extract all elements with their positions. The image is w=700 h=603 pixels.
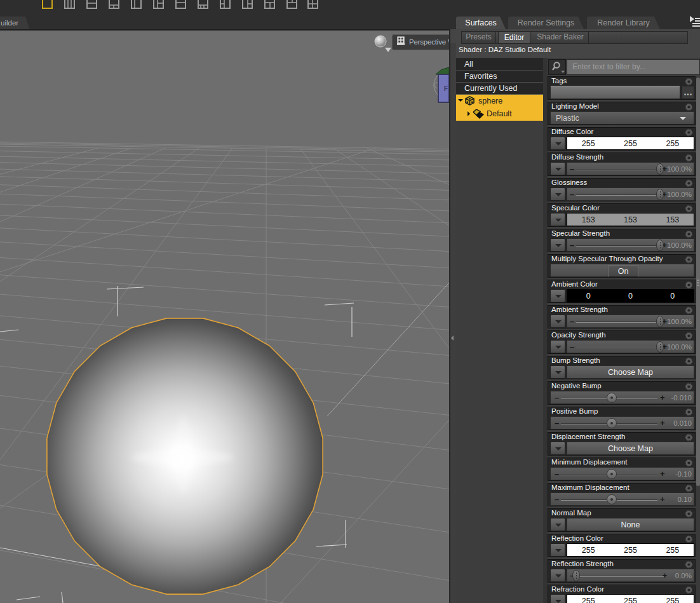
svg-text:F: F [444, 85, 448, 92]
